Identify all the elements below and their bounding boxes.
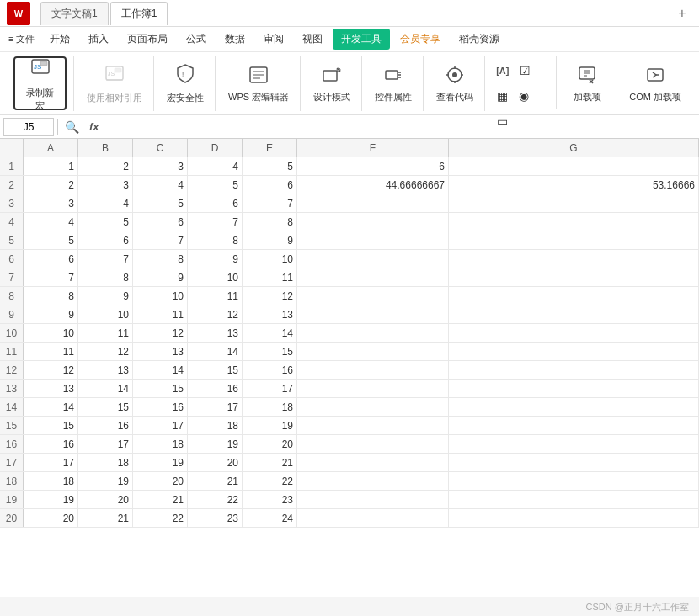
cell-g-15[interactable] <box>449 417 699 434</box>
cell-g-11[interactable] <box>449 343 699 360</box>
cell-c-2[interactable]: 4 <box>133 176 188 194</box>
cell-d-6[interactable]: 9 <box>188 250 243 268</box>
cell-d-16[interactable]: 19 <box>188 435 243 453</box>
cell-b-2[interactable]: 3 <box>78 176 133 194</box>
cell-g-6[interactable] <box>449 250 699 268</box>
wps-macro-editor-button[interactable]: WPS 宏编辑器 <box>224 56 293 110</box>
cell-a-20[interactable]: 20 <box>24 509 78 527</box>
cell-g-1[interactable] <box>449 157 699 175</box>
control-props-button[interactable]: 控件属性 <box>371 56 416 110</box>
formula-input[interactable] <box>106 118 696 136</box>
col-header-e[interactable]: E <box>243 139 297 157</box>
cell-a-7[interactable]: 7 <box>24 268 78 286</box>
cell-c-17[interactable]: 19 <box>133 454 188 471</box>
cell-d-3[interactable]: 6 <box>188 194 243 212</box>
cell-d-10[interactable]: 13 <box>188 324 243 342</box>
macro-security-button[interactable]: ! 宏安全性 <box>163 56 208 110</box>
cell-f-19[interactable] <box>297 491 449 508</box>
cell-f-20[interactable] <box>297 509 449 527</box>
cell-a-17[interactable]: 17 <box>24 454 78 471</box>
control-check-button[interactable]: ☑ <box>515 59 535 82</box>
cell-d-5[interactable]: 8 <box>188 231 243 249</box>
view-code-button[interactable]: 查看代码 <box>432 56 478 110</box>
cell-g-17[interactable] <box>449 454 699 471</box>
com-load-items-button[interactable]: COM 加载项 <box>625 56 686 110</box>
cell-e-6[interactable]: 10 <box>243 250 297 268</box>
cell-g-8[interactable] <box>449 287 699 305</box>
cell-b-6[interactable]: 7 <box>78 250 133 268</box>
cell-c-7[interactable]: 9 <box>133 268 188 286</box>
cell-f-9[interactable] <box>297 305 449 323</box>
cell-reference-input[interactable] <box>3 118 54 136</box>
add-tab-button[interactable]: + <box>672 3 692 24</box>
cell-g-12[interactable] <box>449 361 699 379</box>
cell-e-15[interactable]: 19 <box>243 417 297 434</box>
cell-c-18[interactable]: 20 <box>133 472 188 490</box>
cell-g-2[interactable]: 53.16666 <box>449 176 699 194</box>
cell-c-13[interactable]: 15 <box>133 380 188 397</box>
cell-a-8[interactable]: 8 <box>24 287 78 305</box>
cell-f-1[interactable]: 6 <box>297 157 449 175</box>
cell-c-10[interactable]: 12 <box>133 324 188 342</box>
cell-a-2[interactable]: 2 <box>24 176 78 194</box>
cell-e-8[interactable]: 12 <box>243 287 297 305</box>
cell-a-3[interactable]: 3 <box>24 194 78 212</box>
tab-view[interactable]: 视图 <box>294 29 331 50</box>
cell-c-11[interactable]: 13 <box>133 343 188 360</box>
cell-g-14[interactable] <box>449 398 699 416</box>
cell-a-18[interactable]: 18 <box>24 472 78 490</box>
cell-e-4[interactable]: 8 <box>243 213 297 231</box>
tab-insert[interactable]: 插入 <box>80 29 117 50</box>
tab-page-layout[interactable]: 页面布局 <box>119 29 176 50</box>
cell-g-10[interactable] <box>449 324 699 342</box>
cell-c-12[interactable]: 14 <box>133 361 188 379</box>
cell-b-16[interactable]: 17 <box>78 435 133 453</box>
tab-wenzi[interactable]: 文字文稿1 <box>40 2 109 25</box>
cell-d-18[interactable]: 21 <box>188 472 243 490</box>
cell-b-18[interactable]: 19 <box>78 472 133 490</box>
cell-b-5[interactable]: 6 <box>78 231 133 249</box>
cell-f-10[interactable] <box>297 324 449 342</box>
tab-data[interactable]: 数据 <box>216 29 253 50</box>
cell-d-7[interactable]: 10 <box>188 268 243 286</box>
cell-f-11[interactable] <box>297 343 449 360</box>
col-header-d[interactable]: D <box>188 139 243 157</box>
cell-e-1[interactable]: 5 <box>243 157 297 175</box>
cell-c-1[interactable]: 3 <box>133 157 188 175</box>
cell-f-12[interactable] <box>297 361 449 379</box>
cell-f-16[interactable] <box>297 435 449 453</box>
cell-b-4[interactable]: 5 <box>78 213 133 231</box>
cell-a-5[interactable]: 5 <box>24 231 78 249</box>
cell-a-13[interactable]: 13 <box>24 380 78 397</box>
cell-g-18[interactable] <box>449 472 699 490</box>
cell-g-9[interactable] <box>449 305 699 323</box>
col-header-a[interactable]: A <box>24 139 78 157</box>
cell-c-14[interactable]: 16 <box>133 398 188 416</box>
tab-member[interactable]: 会员专享 <box>392 29 449 50</box>
cell-e-19[interactable]: 23 <box>243 491 297 508</box>
cell-a-6[interactable]: 6 <box>24 250 78 268</box>
cell-e-13[interactable]: 17 <box>243 380 297 397</box>
cell-a-10[interactable]: 10 <box>24 324 78 342</box>
cell-d-13[interactable]: 16 <box>188 380 243 397</box>
cell-b-7[interactable]: 8 <box>78 268 133 286</box>
cell-d-11[interactable]: 14 <box>188 343 243 360</box>
cell-f-17[interactable] <box>297 454 449 471</box>
cell-g-4[interactable] <box>449 213 699 231</box>
cell-e-20[interactable]: 24 <box>243 509 297 527</box>
formula-search-icon[interactable]: 🔍 <box>61 120 83 134</box>
cell-c-5[interactable]: 7 <box>133 231 188 249</box>
cell-c-15[interactable]: 17 <box>133 417 188 434</box>
cell-b-13[interactable]: 14 <box>78 380 133 397</box>
cell-a-15[interactable]: 15 <box>24 417 78 434</box>
cell-e-5[interactable]: 9 <box>243 231 297 249</box>
menu-toggle[interactable]: ≡ 文件 <box>3 31 40 47</box>
cell-e-9[interactable]: 13 <box>243 305 297 323</box>
cell-c-4[interactable]: 6 <box>133 213 188 231</box>
cell-g-5[interactable] <box>449 231 699 249</box>
cell-d-9[interactable]: 12 <box>188 305 243 323</box>
cell-d-12[interactable]: 15 <box>188 361 243 379</box>
cell-b-8[interactable]: 9 <box>78 287 133 305</box>
cell-b-14[interactable]: 15 <box>78 398 133 416</box>
cell-e-12[interactable]: 16 <box>243 361 297 379</box>
